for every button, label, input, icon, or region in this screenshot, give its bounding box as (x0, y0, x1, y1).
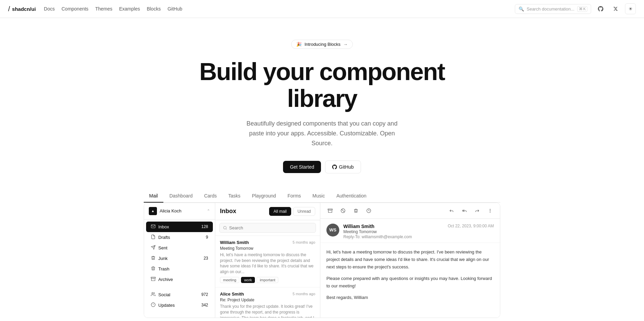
tab-authentication[interactable]: Authentication (331, 190, 372, 203)
mail-demo: ▲ Alicia Koch ⌃ Inbox 128 (144, 203, 500, 318)
filter-all-btn[interactable]: All mail (269, 207, 291, 216)
mail-view-body: Hi, let's have a meeting tomorrow to dis… (320, 243, 500, 318)
mail-filter-buttons: All mail Unread (269, 207, 315, 216)
sidebar-item-drafts[interactable]: Drafts 9 (144, 232, 215, 243)
mail-sidebar: ▲ Alicia Koch ⌃ Inbox 128 (144, 203, 215, 318)
github-button[interactable]: GitHub (325, 160, 361, 173)
nav-link-examples[interactable]: Examples (119, 6, 140, 12)
sidebar-item-archive[interactable]: Archive (144, 274, 215, 285)
search-shortcut: ⌘ K (577, 6, 587, 12)
reply-all-action-icon[interactable] (459, 206, 469, 216)
sidebar-item-social[interactable]: Social 972 (144, 289, 215, 300)
svg-point-17 (490, 212, 490, 212)
junk-icon (151, 256, 156, 261)
nav-link-themes[interactable]: Themes (95, 6, 113, 12)
sender-name: William Smith (343, 224, 444, 229)
move-action-icon[interactable] (338, 206, 348, 216)
filter-unread-btn[interactable]: Unread (293, 207, 315, 216)
theme-toggle-btn[interactable]: ☀ (625, 3, 636, 14)
mail-search-input[interactable] (229, 225, 312, 230)
sidebar-item-updates[interactable]: Updates 342 (144, 300, 215, 310)
demo-section: Mail Dashboard Cards Tasks Playground Fo… (136, 190, 508, 321)
account-triangle-icon: ▲ (151, 209, 155, 213)
hero-badge[interactable]: 🎉 Introducing Blocks → (291, 40, 353, 49)
drafts-icon (151, 234, 156, 240)
demo-tabs: Mail Dashboard Cards Tasks Playground Fo… (144, 190, 500, 203)
hero-badge-arrow: → (343, 42, 348, 47)
nav-link-docs[interactable]: Docs (44, 6, 55, 12)
sidebar-sent-label: Sent (158, 245, 167, 250)
archive-icon (151, 277, 156, 282)
sidebar-item-inbox[interactable]: Inbox 128 (146, 222, 213, 232)
mail-list-header: Inbox All mail Unread (215, 203, 320, 220)
social-icon (151, 292, 156, 298)
mail-item-time: 5 months ago (293, 240, 315, 244)
logo-icon: / (8, 5, 10, 13)
mail-item-preview: Hi, let's have a meeting tomorrow to dis… (220, 252, 315, 275)
email-subject: Meeting Tomorrow (343, 229, 444, 234)
archive-action-icon[interactable] (325, 206, 335, 216)
sidebar-item-trash[interactable]: Trash (144, 264, 215, 274)
sidebar-trash-label: Trash (158, 266, 169, 271)
snooze-action-icon[interactable] (364, 206, 374, 216)
mail-sidebar-items: Inbox 128 Drafts 9 (144, 220, 215, 318)
email-time: Oct 22, 2023, 9:00:00 AM (448, 224, 494, 228)
hero-subtitle: Beautifully designed components that you… (241, 119, 403, 148)
tab-cards[interactable]: Cards (199, 190, 222, 203)
svg-rect-10 (328, 209, 333, 210)
sent-icon (151, 245, 156, 251)
forward-action-icon[interactable] (472, 206, 482, 216)
mail-item[interactable]: Alice Smith 5 months ago Re: Project Upd… (215, 287, 320, 318)
tab-dashboard[interactable]: Dashboard (164, 190, 198, 203)
mail-view-toolbar (320, 203, 500, 219)
sidebar-inbox-label: Inbox (158, 224, 169, 229)
nav-link-blocks[interactable]: Blocks (147, 6, 161, 12)
nav-links: Docs Components Themes Examples Blocks G… (44, 6, 507, 12)
sidebar-updates-count: 342 (201, 303, 208, 307)
mail-item-tags: meeting work important (220, 277, 315, 283)
sidebar-social-label: Social (158, 292, 170, 297)
sidebar-junk-label: Junk (158, 256, 167, 261)
logo-text: shadcn/ui (12, 6, 36, 12)
logo[interactable]: / shadcn/ui (8, 5, 36, 13)
body-paragraph-2: Please come prepared with any questions … (326, 275, 494, 290)
tab-music[interactable]: Music (307, 190, 330, 203)
navbar: / shadcn/ui Docs Components Themes Examp… (0, 0, 644, 18)
mail-item-subject: Re: Project Update (220, 298, 315, 302)
nav-link-components[interactable]: Components (61, 6, 88, 12)
mail-search-area (215, 220, 320, 236)
body-paragraph-3: Best regards, William (326, 294, 494, 301)
hero-title: Build your component library (169, 58, 475, 112)
tab-mail[interactable]: Mail (144, 190, 163, 203)
sidebar-archive-label: Archive (158, 277, 173, 282)
mail-search-icon (223, 226, 227, 230)
twitter-icon-btn[interactable] (610, 3, 621, 14)
tab-forms[interactable]: Forms (282, 190, 306, 203)
nav-link-github[interactable]: GitHub (167, 6, 182, 12)
github-icon-btn[interactable] (595, 3, 606, 14)
sidebar-item-sent[interactable]: Sent (144, 243, 215, 253)
svg-point-8 (224, 226, 226, 229)
svg-line-13 (342, 209, 344, 212)
sidebar-inbox-count: 128 (201, 224, 208, 229)
search-box[interactable]: 🔍 Search documentation... ⌘ K (515, 4, 591, 14)
trash-icon (151, 266, 156, 272)
get-started-button[interactable]: Get Started (283, 161, 321, 173)
reply-to-address: williamsmith@example.com (362, 234, 412, 239)
delete-action-icon[interactable] (351, 206, 361, 216)
reply-action-icon[interactable] (446, 206, 457, 216)
search-icon: 🔍 (519, 6, 524, 12)
mail-item[interactable]: William Smith 5 months ago Meeting Tomor… (215, 236, 320, 287)
github-btn-icon (332, 165, 337, 169)
sidebar-item-junk[interactable]: Junk 23 (144, 253, 215, 264)
mail-account-selector[interactable]: ▲ Alicia Koch ⌃ (144, 203, 215, 220)
svg-point-16 (490, 210, 490, 211)
search-placeholder: Search documentation... (527, 6, 575, 12)
sidebar-junk-count: 23 (204, 256, 208, 261)
sidebar-section-label (144, 285, 215, 289)
tab-tasks[interactable]: Tasks (223, 190, 246, 203)
mail-view-header: WS William Smith Meeting Tomorrow Reply-… (320, 219, 500, 243)
tab-playground[interactable]: Playground (246, 190, 281, 203)
more-actions-icon[interactable] (485, 206, 495, 216)
mail-view: WS William Smith Meeting Tomorrow Reply-… (320, 203, 500, 318)
